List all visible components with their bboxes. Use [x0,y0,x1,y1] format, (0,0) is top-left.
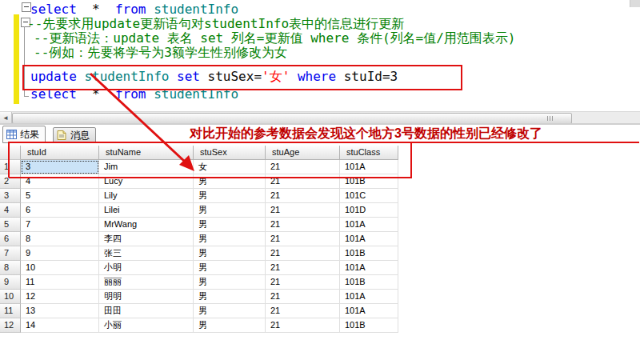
cell-stuAge[interactable]: 21 [266,318,340,333]
grid-corner-cell[interactable] [0,146,21,160]
cell-stuSex[interactable]: 男 [194,246,266,261]
column-header-stuName[interactable]: stuName [99,146,194,160]
cell-stuAge[interactable]: 21 [266,261,340,275]
scroll-left-arrow-icon[interactable]: ◄ [0,112,12,124]
cell-stuClass[interactable]: 101A [340,290,398,304]
cell-stuClass[interactable]: 101B [340,318,398,333]
red-highlight-box-update-statement [22,65,462,90]
tab-results[interactable]: 结果 [2,126,46,143]
cell-stuClass[interactable]: 101A [340,218,398,232]
row-number[interactable]: 11 [0,304,21,318]
cell-stuSex[interactable]: 男 [194,232,266,246]
code-line-2: --先要求用update更新语句对studentInfo表中的信息进行更新 [27,17,404,31]
row-number[interactable]: 12 [0,318,21,333]
results-grid: stuIdstuNamestuSexstuAgestuClass13Jim女21… [0,146,398,333]
cell-stuId[interactable]: 4 [21,174,99,189]
sql-editor[interactable]: select * from studentInfo--先要求用update更新语… [0,0,640,110]
cell-stuName[interactable]: Lily [99,189,194,203]
cell-stuName[interactable]: Lilei [99,203,194,218]
table-row: 1113田田男21101A [0,304,398,318]
column-header-stuSex[interactable]: stuSex [194,146,266,160]
cell-stuId[interactable]: 10 [21,261,99,275]
row-number[interactable]: 6 [0,232,21,246]
cell-stuClass[interactable]: 101B [340,174,398,189]
token: --更新语法：update 表名 set 列名=更新值 where 条件(列名=… [34,30,515,46]
row-number[interactable]: 8 [0,261,21,275]
row-number[interactable]: 10 [0,290,21,304]
row-number[interactable]: 4 [0,203,21,218]
cell-stuSex[interactable]: 女 [194,160,266,174]
cell-stuAge[interactable]: 21 [266,304,340,318]
row-number[interactable]: 7 [0,246,21,261]
token [146,2,154,17]
horizontal-scrollbar[interactable]: ◄ [0,111,640,124]
cell-stuAge[interactable]: 21 [266,218,340,232]
cell-stuClass[interactable]: 101D [340,203,398,218]
cell-stuSex[interactable]: 男 [194,189,266,203]
tab-results-label: 结果 [20,128,39,142]
row-number[interactable]: 9 [0,275,21,290]
cell-stuAge[interactable]: 21 [266,203,340,218]
change-tracking-bar [14,14,19,104]
cell-stuSex[interactable]: 男 [194,275,266,290]
cell-stuAge[interactable]: 21 [266,174,340,189]
cell-stuName[interactable]: 小丽 [99,318,194,333]
cell-stuId[interactable]: 7 [21,218,99,232]
cell-stuAge[interactable]: 21 [266,189,340,203]
cell-stuClass[interactable]: 101A [340,232,398,246]
cell-stuName[interactable]: Lucy [99,174,194,189]
row-number[interactable]: 3 [0,189,21,203]
cell-stuClass[interactable]: 101C [340,189,398,203]
column-header-stuId[interactable]: stuId [21,146,99,160]
cell-stuName[interactable]: 丽丽 [99,275,194,290]
cell-stuId[interactable]: 9 [21,246,99,261]
cell-stuAge[interactable]: 21 [266,232,340,246]
cell-stuName[interactable]: 田田 [99,304,194,318]
message-icon [57,130,67,140]
cell-stuId[interactable]: 5 [21,189,99,203]
table-row: 35Lily男21101C [0,189,398,203]
cell-stuSex[interactable]: 男 [194,304,266,318]
cell-stuId[interactable]: 3 [21,160,99,174]
cell-stuSex[interactable]: 男 [194,318,266,333]
cell-stuSex[interactable]: 男 [194,218,266,232]
annotation-text: 对比开始的参考数据会发现这个地方3号数据的性别已经修改了 [190,126,542,141]
column-header-stuAge[interactable]: stuAge [266,146,340,160]
cell-stuAge[interactable]: 21 [266,275,340,290]
cell-stuAge[interactable]: 21 [266,246,340,261]
tab-messages[interactable]: 消息 [53,127,96,143]
scrollbar-thumb[interactable] [12,113,572,124]
cell-stuId[interactable]: 12 [21,290,99,304]
cell-stuSex[interactable]: 男 [194,174,266,189]
cell-stuClass[interactable]: 101A [340,160,398,174]
cell-stuId[interactable]: 6 [21,203,99,218]
cell-stuAge[interactable]: 21 [266,160,340,174]
cell-stuName[interactable]: 小明 [99,261,194,275]
cell-stuAge[interactable]: 21 [266,290,340,304]
row-number[interactable]: 2 [0,174,21,189]
cell-stuId[interactable]: 8 [21,232,99,246]
cell-stuId[interactable]: 13 [21,304,99,318]
cell-stuSex[interactable]: 男 [194,203,266,218]
cell-stuClass[interactable]: 101B [340,275,398,290]
cell-stuId[interactable]: 11 [21,275,99,290]
cell-stuClass[interactable]: 101A [340,261,398,275]
token: from [115,2,146,17]
cell-stuSex[interactable]: 男 [194,261,266,275]
table-row: 13Jim女21101A [0,160,398,174]
cell-stuName[interactable]: 张三 [99,246,194,261]
cell-stuName[interactable]: 明明 [99,290,194,304]
code-line-4: --例如：先要将学号为3额学生性别修改为女 [34,46,287,60]
table-row: 24Lucy男21101B [0,174,398,189]
cell-stuClass[interactable]: 101A [340,304,398,318]
cell-stuId[interactable]: 14 [21,318,99,333]
cell-stuSex[interactable]: 男 [194,290,266,304]
column-header-stuClass[interactable]: stuClass [340,146,398,160]
row-number[interactable]: 1 [0,160,21,174]
cell-stuName[interactable]: MrWang [99,218,194,232]
cell-stuClass[interactable]: 101B [340,246,398,261]
cell-stuName[interactable]: 李四 [99,232,194,246]
cell-stuName[interactable]: Jim [99,160,194,174]
row-number[interactable]: 5 [0,218,21,232]
code-line-1: select * from studentInfo [30,2,238,17]
